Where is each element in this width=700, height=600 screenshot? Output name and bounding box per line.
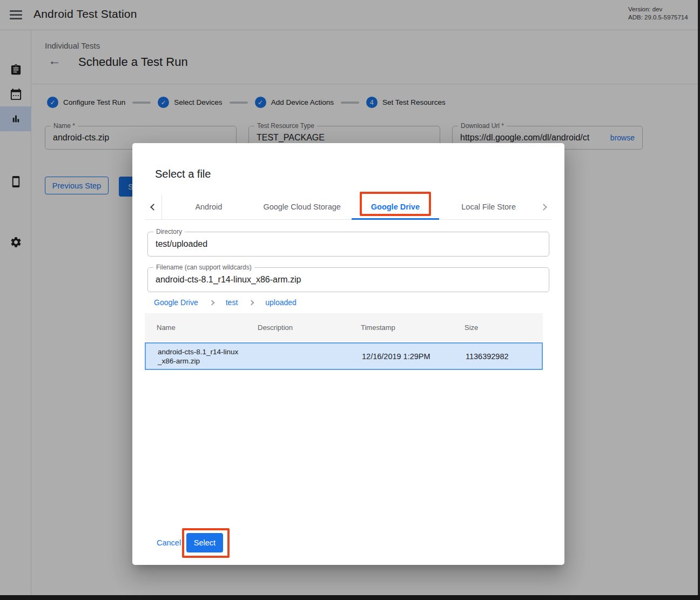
col-description: Description	[246, 323, 349, 332]
directory-field-wrap: Directory	[147, 232, 549, 257]
filename-input[interactable]	[156, 275, 541, 285]
tab-google-cloud-storage[interactable]: Google Cloud Storage	[255, 194, 349, 219]
breadcrumb-test[interactable]: test	[226, 298, 238, 307]
file-breadcrumb: Google Drive test uploaded	[154, 298, 297, 307]
filename-field: Filename (can support wildcards)	[147, 267, 549, 292]
file-table: Name Description Timestamp Size android-…	[145, 313, 543, 370]
directory-input[interactable]	[156, 239, 541, 249]
file-table-header: Name Description Timestamp Size	[145, 313, 543, 341]
directory-field: Directory	[147, 232, 549, 257]
select-button[interactable]: Select	[186, 533, 223, 552]
chevron-right-icon	[540, 204, 547, 211]
android-test-station-app: Android Test Station Version: dev ADB: 2…	[0, 0, 700, 600]
tab-google-drive[interactable]: Google Drive	[349, 194, 442, 219]
cancel-button[interactable]: Cancel	[157, 538, 181, 547]
tabs-scroll-left-button[interactable]	[145, 194, 161, 219]
window-edge-bottom	[0, 595, 700, 600]
col-size: Size	[453, 323, 543, 332]
window-edge-right	[698, 0, 700, 600]
filename-field-wrap: Filename (can support wildcards)	[147, 267, 549, 292]
select-file-dialog: Select a file Android Google Cloud Stora…	[132, 143, 564, 565]
table-row-selected-file[interactable]: android-cts-8.1_r14-linux_x86-arm.zip 12…	[145, 342, 543, 370]
chevron-right-icon	[209, 300, 214, 305]
chevron-left-icon	[150, 204, 157, 211]
tab-android[interactable]: Android	[162, 194, 255, 219]
dialog-title: Select a file	[155, 168, 211, 180]
chevron-right-icon	[249, 300, 254, 305]
col-timestamp: Timestamp	[349, 323, 453, 332]
breadcrumb-google-drive[interactable]: Google Drive	[154, 298, 198, 307]
tabs-scroll-right-button[interactable]	[535, 194, 551, 219]
tab-local-file-store[interactable]: Local File Store	[442, 194, 535, 219]
col-name: Name	[145, 323, 246, 332]
breadcrumb-uploaded[interactable]: uploaded	[265, 298, 297, 307]
file-source-tabs: Android Google Cloud Storage Google Driv…	[145, 194, 551, 220]
